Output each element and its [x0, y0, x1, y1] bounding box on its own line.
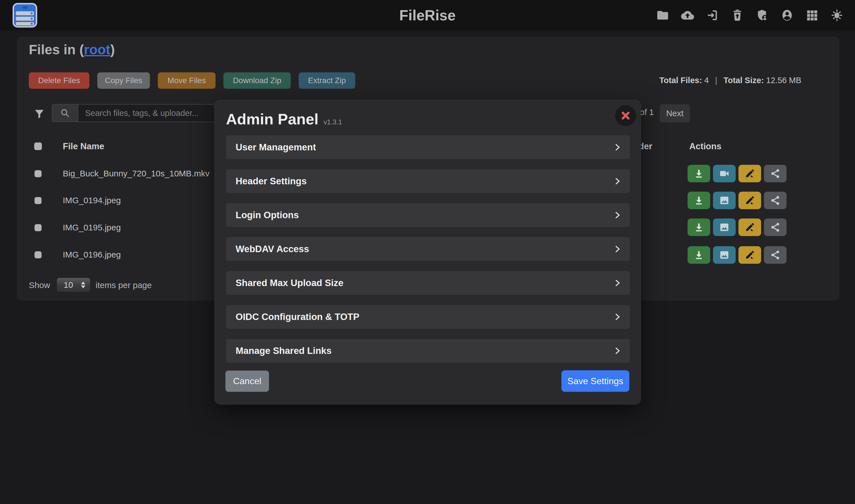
row-checkbox[interactable]: [35, 224, 41, 231]
items-per-page-label: items per page: [95, 281, 152, 290]
heading-suffix: ): [110, 42, 115, 57]
image-preview-button[interactable]: [713, 192, 736, 209]
section-label: Manage Shared Links: [235, 345, 331, 356]
totals-summary: Total Files: 4 | Total Size: 12.56 MB: [659, 76, 801, 85]
section-login-options[interactable]: Login Options: [226, 203, 630, 227]
folder-icon[interactable]: [656, 8, 669, 22]
page-title: Files in (root): [29, 42, 115, 57]
total-size-value: 12.56 MB: [766, 76, 801, 85]
download-zip-button[interactable]: Download Zip: [224, 72, 291, 89]
file-name-cell: Big_Buck_Bunny_720_10s_10MB.mkv: [63, 169, 210, 178]
rename-file-button[interactable]: [738, 165, 761, 182]
heading-prefix: Files in (: [29, 42, 84, 57]
chevron-right-icon: [613, 279, 622, 287]
column-header-actions: Actions: [689, 141, 721, 151]
sign-in-icon[interactable]: [706, 8, 719, 22]
restore-trash-icon[interactable]: [731, 8, 744, 22]
section-oidc-totp[interactable]: OIDC Configuration & TOTP: [226, 305, 630, 329]
total-size-label: Total Size:: [723, 76, 764, 85]
select-all-checkbox[interactable]: [34, 142, 42, 150]
modal-version: v1.3.1: [324, 118, 342, 126]
show-label: Show: [29, 281, 50, 290]
rename-file-button[interactable]: [738, 246, 761, 264]
chevron-right-icon: [613, 313, 622, 321]
close-icon[interactable]: [615, 105, 636, 126]
user-icon[interactable]: [780, 8, 794, 22]
select-stepper-icon: [78, 282, 90, 288]
row-checkbox[interactable]: [35, 197, 41, 204]
next-page-button[interactable]: Next: [660, 104, 690, 122]
chevron-right-icon: [613, 211, 622, 219]
search-icon: [52, 105, 78, 122]
section-shared-max-upload-size[interactable]: Shared Max Upload Size: [226, 271, 630, 295]
save-settings-button[interactable]: Save Settings: [561, 370, 629, 392]
chevron-right-icon: [613, 143, 622, 151]
share-file-button[interactable]: [764, 165, 787, 182]
video-preview-button[interactable]: [713, 165, 736, 182]
app-root: FileRise: [0, 0, 855, 504]
share-file-button[interactable]: [764, 218, 787, 236]
admin-panel-modal: Admin Panel v1.3.1 User Management Heade…: [214, 100, 641, 404]
row-checkbox[interactable]: [35, 251, 41, 258]
page-size-select[interactable]: 10: [56, 277, 90, 292]
total-files-label: Total Files:: [659, 76, 702, 85]
modal-title: Admin Panel: [226, 110, 318, 128]
extract-zip-button[interactable]: Extract Zip: [299, 72, 355, 89]
file-name-cell: IMG_0196.jpeg: [63, 250, 121, 259]
file-name-cell: IMG_0195.jpeg: [63, 223, 121, 232]
section-header-settings[interactable]: Header Settings: [226, 169, 630, 193]
download-file-button[interactable]: [687, 192, 710, 209]
delete-files-button[interactable]: Delete Files: [29, 72, 89, 89]
section-label: OIDC Configuration & TOTP: [235, 311, 360, 322]
page-size-value: 10: [57, 280, 78, 290]
light-mode-icon[interactable]: [830, 8, 844, 22]
section-label: Header Settings: [235, 176, 307, 186]
image-preview-button[interactable]: [713, 246, 736, 264]
admin-shield-icon[interactable]: [755, 8, 769, 22]
section-webdav-access[interactable]: WebDAV Access: [226, 237, 630, 261]
chevron-right-icon: [613, 177, 622, 185]
root-folder-link[interactable]: root: [84, 42, 110, 57]
rename-file-button[interactable]: [738, 218, 761, 236]
topbar-actions: [656, 0, 844, 31]
section-label: WebDAV Access: [235, 244, 309, 254]
top-bar: FileRise: [0, 0, 855, 31]
column-header-file-name[interactable]: File Name: [63, 141, 104, 151]
row-checkbox[interactable]: [35, 170, 41, 177]
image-preview-button[interactable]: [713, 218, 736, 236]
section-manage-shared-links[interactable]: Manage Shared Links: [226, 339, 630, 363]
section-user-management[interactable]: User Management: [226, 136, 630, 159]
move-files-button[interactable]: Move Files: [158, 72, 215, 89]
admin-sections: User Management Header Settings Login Op…: [226, 136, 630, 363]
chevron-right-icon: [613, 347, 622, 355]
section-label: User Management: [235, 142, 316, 152]
copy-files-button[interactable]: Copy Files: [97, 72, 150, 89]
download-file-button[interactable]: [687, 246, 710, 264]
total-files-value: 4: [704, 76, 709, 85]
summary-divider: |: [715, 76, 717, 85]
download-file-button[interactable]: [687, 165, 710, 182]
file-name-cell: IMG_0194.jpeg: [63, 196, 121, 205]
share-file-button[interactable]: [764, 246, 787, 264]
share-file-button[interactable]: [764, 192, 787, 209]
download-file-button[interactable]: [687, 218, 710, 236]
modal-header: Admin Panel v1.3.1: [226, 110, 342, 128]
chevron-right-icon: [613, 245, 622, 253]
cancel-button[interactable]: Cancel: [225, 371, 269, 392]
filter-icon[interactable]: [34, 109, 45, 119]
section-label: Shared Max Upload Size: [235, 277, 343, 288]
rename-file-button[interactable]: [738, 192, 761, 209]
section-label: Login Options: [235, 210, 299, 220]
grid-view-icon[interactable]: [805, 8, 819, 22]
cloud-upload-icon[interactable]: [681, 8, 694, 22]
